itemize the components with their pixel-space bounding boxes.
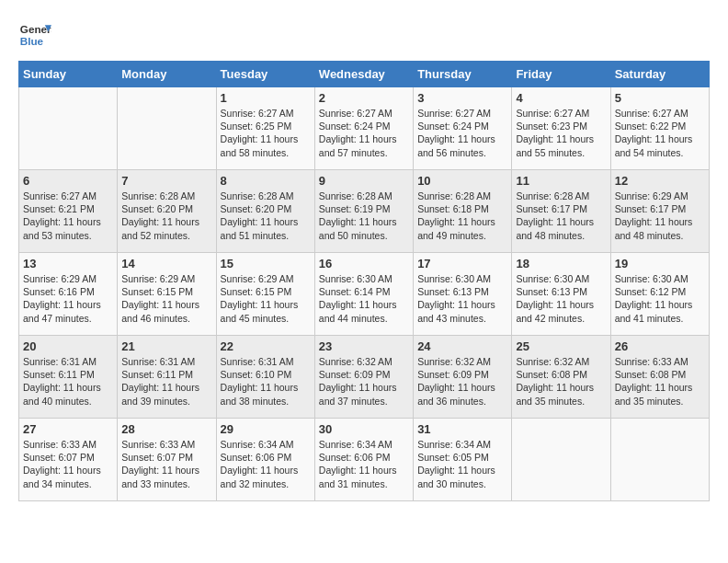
day-info: Sunrise: 6:31 AM Sunset: 6:11 PM Dayligh…	[121, 355, 211, 408]
weekday-header-thursday: Thursday	[414, 62, 512, 87]
calendar-cell	[512, 419, 610, 501]
day-number: 12	[615, 174, 705, 188]
weekday-header-wednesday: Wednesday	[314, 62, 413, 87]
calendar-cell: 6Sunrise: 6:27 AM Sunset: 6:21 PM Daylig…	[19, 170, 118, 253]
week-row-3: 13Sunrise: 6:29 AM Sunset: 6:16 PM Dayli…	[19, 253, 710, 336]
day-number: 9	[319, 174, 409, 188]
day-number: 18	[516, 257, 606, 270]
day-info: Sunrise: 6:32 AM Sunset: 6:09 PM Dayligh…	[319, 355, 409, 408]
day-info: Sunrise: 6:34 AM Sunset: 6:05 PM Dayligh…	[417, 438, 507, 490]
day-info: Sunrise: 6:32 AM Sunset: 6:08 PM Dayligh…	[516, 355, 606, 408]
day-number: 19	[615, 257, 705, 270]
calendar-table: SundayMondayTuesdayWednesdayThursdayFrid…	[18, 61, 710, 501]
calendar-cell: 23Sunrise: 6:32 AM Sunset: 6:09 PM Dayli…	[314, 336, 413, 419]
logo-icon: General Blue	[18, 18, 51, 52]
day-number: 26	[615, 339, 705, 353]
svg-text:Blue: Blue	[20, 35, 44, 47]
day-number: 31	[417, 422, 507, 436]
calendar-cell: 25Sunrise: 6:32 AM Sunset: 6:08 PM Dayli…	[512, 336, 610, 419]
day-number: 13	[23, 257, 113, 270]
calendar-cell: 18Sunrise: 6:30 AM Sunset: 6:13 PM Dayli…	[512, 253, 610, 336]
day-number: 6	[23, 174, 113, 188]
calendar-cell: 19Sunrise: 6:30 AM Sunset: 6:12 PM Dayli…	[610, 253, 709, 336]
day-info: Sunrise: 6:31 AM Sunset: 6:11 PM Dayligh…	[23, 355, 113, 408]
calendar-cell: 21Sunrise: 6:31 AM Sunset: 6:11 PM Dayli…	[118, 336, 216, 419]
svg-text:General: General	[20, 23, 51, 35]
day-info: Sunrise: 6:28 AM Sunset: 6:18 PM Dayligh…	[417, 190, 507, 242]
calendar-cell: 4Sunrise: 6:27 AM Sunset: 6:23 PM Daylig…	[512, 87, 610, 170]
calendar-cell	[610, 419, 709, 501]
week-row-4: 20Sunrise: 6:31 AM Sunset: 6:11 PM Dayli…	[19, 336, 710, 419]
day-info: Sunrise: 6:30 AM Sunset: 6:14 PM Dayligh…	[319, 272, 409, 325]
day-number: 22	[221, 339, 311, 353]
week-row-5: 27Sunrise: 6:33 AM Sunset: 6:07 PM Dayli…	[19, 419, 710, 501]
day-info: Sunrise: 6:31 AM Sunset: 6:10 PM Dayligh…	[221, 355, 311, 408]
day-info: Sunrise: 6:29 AM Sunset: 6:16 PM Dayligh…	[23, 272, 113, 325]
day-info: Sunrise: 6:30 AM Sunset: 6:13 PM Dayligh…	[516, 272, 606, 325]
calendar-cell	[118, 87, 216, 170]
weekday-header-row: SundayMondayTuesdayWednesdayThursdayFrid…	[19, 62, 710, 87]
day-info: Sunrise: 6:27 AM Sunset: 6:21 PM Dayligh…	[23, 190, 113, 242]
day-number: 7	[121, 174, 211, 188]
day-number: 1	[221, 91, 311, 105]
day-info: Sunrise: 6:29 AM Sunset: 6:15 PM Dayligh…	[121, 272, 211, 325]
day-info: Sunrise: 6:33 AM Sunset: 6:07 PM Dayligh…	[121, 438, 211, 490]
day-number: 15	[221, 257, 311, 270]
day-info: Sunrise: 6:28 AM Sunset: 6:19 PM Dayligh…	[319, 190, 409, 242]
day-number: 20	[23, 339, 113, 353]
weekday-header-friday: Friday	[512, 62, 610, 87]
logo: General Blue	[18, 18, 51, 52]
day-info: Sunrise: 6:30 AM Sunset: 6:12 PM Dayligh…	[615, 272, 705, 325]
day-info: Sunrise: 6:28 AM Sunset: 6:20 PM Dayligh…	[221, 190, 311, 242]
calendar-cell: 17Sunrise: 6:30 AM Sunset: 6:13 PM Dayli…	[414, 253, 512, 336]
calendar-cell: 7Sunrise: 6:28 AM Sunset: 6:20 PM Daylig…	[118, 170, 216, 253]
calendar-cell: 14Sunrise: 6:29 AM Sunset: 6:15 PM Dayli…	[118, 253, 216, 336]
day-info: Sunrise: 6:29 AM Sunset: 6:15 PM Dayligh…	[221, 272, 311, 325]
day-info: Sunrise: 6:27 AM Sunset: 6:23 PM Dayligh…	[516, 107, 606, 159]
weekday-header-sunday: Sunday	[19, 62, 118, 87]
day-number: 8	[221, 174, 311, 188]
calendar-cell: 10Sunrise: 6:28 AM Sunset: 6:18 PM Dayli…	[414, 170, 512, 253]
calendar-cell: 30Sunrise: 6:34 AM Sunset: 6:06 PM Dayli…	[314, 419, 413, 501]
calendar-cell	[19, 87, 118, 170]
day-number: 2	[319, 91, 409, 105]
day-info: Sunrise: 6:27 AM Sunset: 6:25 PM Dayligh…	[221, 107, 311, 159]
day-number: 16	[319, 257, 409, 270]
day-info: Sunrise: 6:27 AM Sunset: 6:24 PM Dayligh…	[319, 107, 409, 159]
week-row-2: 6Sunrise: 6:27 AM Sunset: 6:21 PM Daylig…	[19, 170, 710, 253]
day-number: 24	[417, 339, 507, 353]
day-info: Sunrise: 6:28 AM Sunset: 6:20 PM Dayligh…	[121, 190, 211, 242]
calendar-cell: 20Sunrise: 6:31 AM Sunset: 6:11 PM Dayli…	[19, 336, 118, 419]
calendar-cell: 24Sunrise: 6:32 AM Sunset: 6:09 PM Dayli…	[414, 336, 512, 419]
day-info: Sunrise: 6:33 AM Sunset: 6:08 PM Dayligh…	[615, 355, 705, 408]
calendar-cell: 11Sunrise: 6:28 AM Sunset: 6:17 PM Dayli…	[512, 170, 610, 253]
week-row-1: 1Sunrise: 6:27 AM Sunset: 6:25 PM Daylig…	[19, 87, 710, 170]
calendar-cell: 3Sunrise: 6:27 AM Sunset: 6:24 PM Daylig…	[414, 87, 512, 170]
day-info: Sunrise: 6:34 AM Sunset: 6:06 PM Dayligh…	[319, 438, 409, 490]
calendar-cell: 12Sunrise: 6:29 AM Sunset: 6:17 PM Dayli…	[610, 170, 709, 253]
calendar-cell: 13Sunrise: 6:29 AM Sunset: 6:16 PM Dayli…	[19, 253, 118, 336]
calendar-cell: 16Sunrise: 6:30 AM Sunset: 6:14 PM Dayli…	[314, 253, 413, 336]
day-info: Sunrise: 6:27 AM Sunset: 6:22 PM Dayligh…	[615, 107, 705, 159]
calendar-cell: 1Sunrise: 6:27 AM Sunset: 6:25 PM Daylig…	[216, 87, 314, 170]
weekday-header-tuesday: Tuesday	[216, 62, 314, 87]
day-number: 25	[516, 339, 606, 353]
day-number: 29	[221, 422, 311, 436]
day-info: Sunrise: 6:28 AM Sunset: 6:17 PM Dayligh…	[516, 190, 606, 242]
day-number: 3	[417, 91, 507, 105]
calendar-cell: 8Sunrise: 6:28 AM Sunset: 6:20 PM Daylig…	[216, 170, 314, 253]
day-number: 14	[121, 257, 211, 270]
day-number: 10	[417, 174, 507, 188]
day-number: 5	[615, 91, 705, 105]
day-number: 30	[319, 422, 409, 436]
day-number: 17	[417, 257, 507, 270]
weekday-header-monday: Monday	[118, 62, 216, 87]
day-number: 21	[121, 339, 211, 353]
calendar-cell: 22Sunrise: 6:31 AM Sunset: 6:10 PM Dayli…	[216, 336, 314, 419]
day-number: 4	[516, 91, 606, 105]
calendar-cell: 15Sunrise: 6:29 AM Sunset: 6:15 PM Dayli…	[216, 253, 314, 336]
day-number: 23	[319, 339, 409, 353]
calendar-cell: 26Sunrise: 6:33 AM Sunset: 6:08 PM Dayli…	[610, 336, 709, 419]
day-info: Sunrise: 6:27 AM Sunset: 6:24 PM Dayligh…	[417, 107, 507, 159]
calendar-cell: 5Sunrise: 6:27 AM Sunset: 6:22 PM Daylig…	[610, 87, 709, 170]
